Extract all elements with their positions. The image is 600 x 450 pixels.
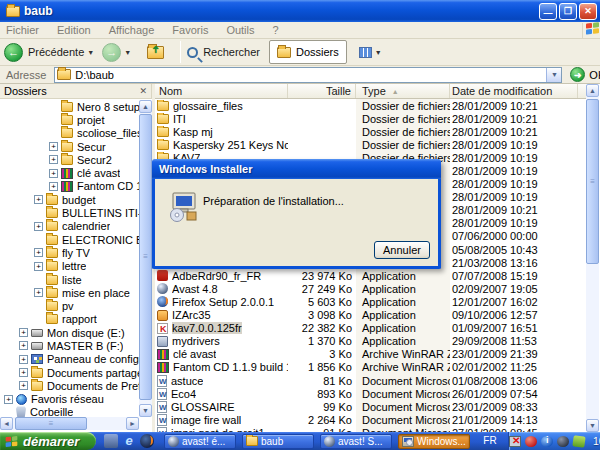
tree-hscroll-thumb[interactable] [15,417,87,430]
tree-item[interactable]: liste [0,273,139,286]
expand-toggle-icon[interactable]: + [34,288,43,297]
tree-item[interactable]: Nero 8 setup [0,100,139,113]
go-button[interactable] [570,67,585,82]
list-vscroll-thumb[interactable] [586,99,599,264]
file-row[interactable]: kav7.0.0.125fr22 382 KoApplication01/09/… [155,322,586,335]
tree-item[interactable]: +Favoris réseau [0,393,139,406]
minimize-button[interactable] [539,3,557,20]
go-label[interactable]: OK [589,69,600,81]
file-row[interactable]: Firefox Setup 2.0.0.15 603 KoApplication… [155,295,586,308]
views-icon[interactable] [359,47,372,58]
tree-item[interactable]: +Mon disque (E:) [0,326,139,339]
display-error-icon[interactable] [509,436,521,447]
tree-item[interactable]: +MASTER B (F:) [0,339,139,352]
expand-toggle-icon[interactable]: + [34,262,43,271]
tree-item[interactable]: +Secur2 [0,153,139,166]
tree-item[interactable]: +Fantom CD 1.1.9 [0,180,139,193]
tree-vscroll-thumb[interactable] [139,114,152,400]
expand-toggle-icon[interactable]: + [19,341,28,350]
menu-item-1[interactable]: Edition [57,24,91,36]
forward-button[interactable]: → [102,43,121,62]
file-row[interactable]: Kaspersky 251 Keys No Blackli...Dossier … [155,138,586,151]
file-row[interactable]: IZArc353 098 KoApplication09/10/2006 12:… [155,309,586,322]
tree-scroll-right-icon[interactable]: ► [126,417,139,430]
file-row[interactable]: clé avast3 KoArchive WinRAR ZIP23/01/200… [155,348,586,361]
menu-item-5[interactable]: ? [273,24,279,36]
file-row[interactable]: AdbeRdr90_fr_FR23 974 KoApplication07/07… [155,269,586,282]
tree-item[interactable]: +mise en place [0,286,139,299]
file-row[interactable]: glossaire_filesDossier de fichiers28/01/… [155,99,586,112]
tree-item[interactable]: +lettre [0,260,139,273]
file-row[interactable]: Eco4893 KoDocument Microsoft...26/01/200… [155,387,586,400]
expand-toggle-icon[interactable]: + [49,169,58,178]
close-button[interactable] [579,3,597,20]
tree-item[interactable]: +Documents partagés [0,366,139,379]
file-row[interactable]: GLOSSAIRE99 KoDocument Microsoft...23/01… [155,400,586,413]
restore-button[interactable] [559,3,577,20]
tree-item[interactable]: rapport [0,313,139,326]
file-row[interactable]: Avast 4.827 249 KoApplication02/09/2007 … [155,282,586,295]
tree-scroll-up-icon[interactable]: ▲ [139,100,152,113]
tree-item[interactable]: +budget [0,193,139,206]
address-input[interactable]: D:\baub ▼ [54,67,562,83]
taskbar-task-3[interactable]: Windows... [398,434,470,449]
tree-item[interactable]: +calendrier [0,220,139,233]
tree-item[interactable]: +Secur [0,140,139,153]
column-header-date-de-modification[interactable]: Date de modification [450,84,578,98]
menu-item-4[interactable]: Outils [226,24,254,36]
up-button[interactable] [147,46,164,59]
tree-item[interactable]: ELECTRONIC BENCHM [0,233,139,246]
search-icon[interactable] [187,47,198,58]
expand-toggle-icon[interactable]: + [19,368,28,377]
quick-launch-app-icon[interactable] [104,434,118,448]
tree-item[interactable]: projet [0,113,139,126]
tree-item[interactable]: +Documents de Prefet [0,379,139,392]
expand-toggle-icon[interactable]: + [19,328,28,337]
expand-toggle-icon[interactable]: + [34,222,43,231]
back-button[interactable]: ← [4,43,23,62]
quick-launch-firefox-icon[interactable] [140,434,154,448]
start-button[interactable]: démarrer [0,432,96,450]
expand-toggle-icon[interactable]: + [4,395,13,404]
tree-item[interactable]: scoliose_files [0,127,139,140]
file-row[interactable]: mydrivers1 370 KoApplication29/09/2008 1… [155,335,586,348]
folders-pane-close-icon[interactable]: ✕ [139,86,147,96]
language-indicator[interactable]: FR [478,433,502,449]
tree-item[interactable]: +fly TV [0,246,139,259]
menu-item-2[interactable]: Affichage [109,24,155,36]
address-dropdown-icon[interactable]: ▼ [546,68,561,82]
forward-dropdown-icon[interactable]: ▼ [124,49,131,56]
list-scroll-up-icon[interactable]: ▲ [586,84,599,97]
tree-scroll-down-icon[interactable]: ▼ [139,404,152,417]
expand-toggle-icon[interactable]: + [34,195,43,204]
taskbar-task-1[interactable]: baub [242,434,314,449]
folders-button[interactable]: Dossiers [269,40,347,64]
tree-item[interactable]: +clé avast [0,166,139,179]
file-row[interactable]: Kasp mjDossier de fichiers28/01/2009 10:… [155,125,586,138]
tree-item[interactable]: Corbeille [0,406,139,417]
column-header-taille[interactable]: Taille [288,84,356,98]
security-red-icon[interactable] [525,436,537,447]
file-row[interactable]: astuce81 KoDocument Microsoft...01/08/20… [155,374,586,387]
file-row[interactable]: ITIDossier de fichiers28/01/2009 10:21 [155,112,586,125]
list-scroll-down-icon[interactable]: ▼ [586,419,599,432]
back-label[interactable]: Précédente [28,46,84,58]
expand-toggle-icon[interactable]: + [49,142,58,151]
tree-item[interactable]: BULLETINS ITI-GOME [0,206,139,219]
tree-item[interactable]: pv [0,299,139,312]
expand-toggle-icon[interactable]: + [49,182,58,191]
tree-scroll-left-icon[interactable]: ◄ [0,417,13,430]
quick-launch-ie-icon[interactable] [122,434,136,448]
green-util-icon[interactable] [572,435,585,448]
column-header-type[interactable]: Type▲ [356,84,450,98]
back-dropdown-icon[interactable]: ▼ [87,49,94,56]
tree-item[interactable]: +Panneau de configuration [0,353,139,366]
expand-toggle-icon[interactable]: + [19,381,28,390]
file-row[interactable]: image fire wall2 264 KoDocument Microsof… [155,413,586,426]
search-label[interactable]: Rechercher [203,46,260,58]
taskbar-task-0[interactable]: avast! é... [164,434,236,449]
views-dropdown-icon[interactable]: ▼ [375,49,382,56]
menu-item-0[interactable]: Fichier [6,24,39,36]
menu-item-3[interactable]: Favoris [172,24,208,36]
file-row[interactable]: Fantom CD 1.1.9 build 13311 856 KoArchiv… [155,361,586,374]
